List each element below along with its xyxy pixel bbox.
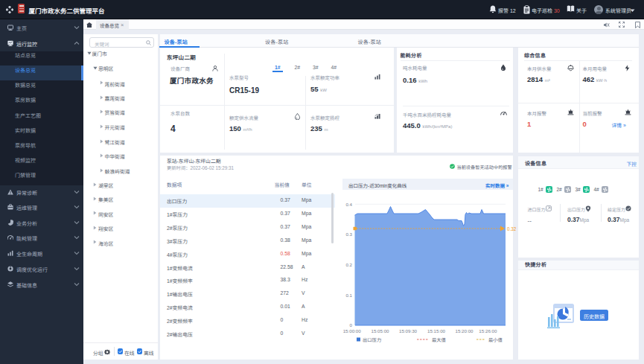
svg-text:15:05:00: 15:05:00 [371, 328, 389, 333]
svg-text:15:15:00: 15:15:00 [427, 328, 446, 333]
svg-text:0.4: 0.4 [345, 202, 352, 207]
svg-text:15:00:00: 15:00:00 [343, 328, 362, 333]
svg-text:0.2: 0.2 [345, 262, 352, 267]
svg-text:0.1: 0.1 [345, 293, 352, 298]
svg-text:最大值: 最大值 [432, 337, 447, 342]
svg-text:0.3: 0.3 [345, 232, 352, 237]
svg-text:15:26:00: 15:26:00 [479, 328, 497, 333]
svg-text:0.32: 0.32 [507, 226, 517, 232]
svg-text:出口压力: 出口压力 [363, 337, 381, 342]
svg-text:0: 0 [350, 322, 353, 328]
svg-text:最小值: 最小值 [488, 337, 503, 342]
svg-text:15:20:00: 15:20:00 [455, 328, 474, 333]
svg-text:15:09:30: 15:09:30 [399, 328, 418, 333]
